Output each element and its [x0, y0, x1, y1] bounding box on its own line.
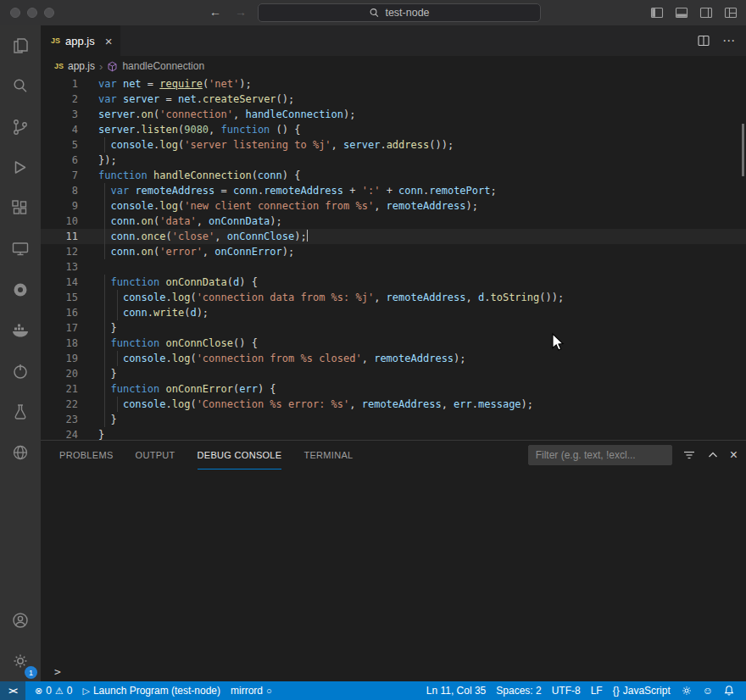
debug-console-filter-input[interactable]	[528, 445, 672, 465]
indentation-status[interactable]: Spaces: 2	[492, 681, 545, 700]
breadcrumb-file[interactable]: app.js	[68, 60, 95, 72]
line-number: 1	[41, 76, 78, 92]
activity-bar-item-docker[interactable]	[0, 310, 41, 351]
mirrord-status[interactable]: mirrord ○	[226, 681, 276, 700]
line-number: 13	[41, 259, 78, 275]
cursor-position-status[interactable]: Ln 11, Col 35	[422, 681, 491, 700]
activity-bar-item-remote-explorer[interactable]	[0, 229, 41, 269]
panel-tab-debug-console[interactable]: DEBUG CONSOLE	[198, 441, 282, 469]
run-and-debug-icon	[10, 158, 31, 178]
remote-explorer-monitor-icon	[10, 239, 31, 259]
code-line[interactable]: 24}	[41, 427, 746, 440]
activity-bar-item-extensions[interactable]	[0, 188, 41, 229]
code-line[interactable]: 15 console.log('connection data from %s:…	[41, 290, 746, 305]
feedback-smiley-icon: ☺	[703, 685, 713, 697]
remote-icon: ><	[8, 686, 17, 696]
code-line[interactable]: 20 }	[41, 366, 746, 381]
code-line[interactable]: 23 }	[41, 412, 746, 427]
javascript-file-icon: JS	[54, 62, 64, 70]
code-line[interactable]: 12 conn.on('error', onConnError);	[41, 244, 746, 259]
code-editor[interactable]: 1var net = require('net');2var server = …	[41, 76, 746, 440]
status-bar: >< ⊗ 0 ⚠ 0 ▷ Launch Program (test-node) …	[0, 681, 746, 700]
activity-bar-item-explorer[interactable]	[0, 25, 41, 66]
feedback-button[interactable]: ☺	[699, 681, 717, 700]
eol-label: LF	[591, 685, 603, 697]
titlebar: ← → test-node	[0, 0, 746, 25]
code-line[interactable]: 16 conn.write(d);	[41, 305, 746, 320]
extension-status-button[interactable]	[676, 681, 697, 700]
language-label: JavaScript	[623, 685, 671, 697]
manage-settings-button[interactable]: 1	[0, 641, 41, 681]
code-line[interactable]: 18 function onConnClose() {	[41, 336, 746, 351]
tab-close-icon[interactable]: ×	[105, 34, 113, 48]
activity-bar-item-source-control[interactable]	[0, 107, 41, 147]
debug-console-body[interactable]: >	[41, 469, 746, 681]
panel-tabs: PROBLEMSOUTPUTDEBUG CONSOLETERMINAL	[59, 441, 353, 469]
close-panel-icon[interactable]: ×	[730, 448, 738, 462]
code-line[interactable]: 14 function onConnData(d) {	[41, 275, 746, 290]
code-line[interactable]: 9 console.log('new client connection fro…	[41, 198, 746, 214]
debug-start-icon: ▷	[82, 686, 89, 696]
code-line[interactable]: 19 console.log('connection from %s close…	[41, 351, 746, 366]
navigate-forward-button[interactable]: →	[235, 5, 247, 19]
toggle-sidebar-right-icon[interactable]	[699, 6, 713, 19]
circle-gear-icon	[10, 280, 31, 300]
code-line[interactable]: 1var net = require('net');	[41, 76, 746, 92]
code-line[interactable]: 21 function onConnError(err) {	[41, 381, 746, 397]
activity-bar-item-extension-c[interactable]	[0, 392, 41, 432]
activity-bar-item-extension-b[interactable]	[0, 351, 41, 392]
panel-tab-output[interactable]: OUTPUT	[136, 441, 175, 469]
code-line[interactable]: 13	[41, 259, 746, 275]
repl-prompt-icon[interactable]: >	[54, 665, 61, 678]
activity-bar-item-extension-a[interactable]	[0, 269, 41, 310]
panel-tab-problems[interactable]: PROBLEMS	[59, 441, 114, 469]
code-line[interactable]: 6});	[41, 153, 746, 168]
language-mode-status[interactable]: {} JavaScript	[609, 681, 675, 700]
activity-bar-item-run-debug[interactable]	[0, 147, 41, 188]
encoding-status[interactable]: UTF-8	[548, 681, 585, 700]
launch-program-status[interactable]: ▷ Launch Program (test-node)	[78, 681, 225, 700]
line-number: 5	[41, 137, 78, 153]
mouse-pointer	[549, 332, 565, 353]
toggle-panel-icon[interactable]	[675, 6, 688, 19]
code-line[interactable]: 5 console.log('server listening to %j', …	[41, 137, 746, 153]
minimize-window-button[interactable]	[27, 8, 37, 18]
tab-bar: JS app.js × ⋯	[41, 25, 746, 56]
editor-scrollbar[interactable]	[742, 124, 744, 176]
remote-indicator[interactable]: ><	[0, 681, 25, 700]
zoom-window-button[interactable]	[44, 8, 54, 18]
globe-icon	[10, 442, 31, 463]
circle-outline-icon: ○	[266, 686, 272, 696]
activity-bar-item-extension-d[interactable]	[0, 432, 41, 473]
command-center-search[interactable]: test-node	[258, 3, 541, 22]
files-icon	[10, 36, 31, 56]
code-line[interactable]: 7function handleConnection(conn) {	[41, 168, 746, 183]
activity-bar-item-search[interactable]	[0, 66, 41, 107]
code-line[interactable]: 17 }	[41, 320, 746, 336]
filter-icon[interactable]	[682, 448, 696, 462]
account-button[interactable]	[0, 600, 41, 641]
code-line[interactable]: 22 console.log('Connection %s error: %s'…	[41, 397, 746, 412]
tab-app-js[interactable]: JS app.js ×	[41, 25, 120, 56]
more-actions-icon[interactable]: ⋯	[722, 33, 736, 48]
code-line[interactable]: 3server.on('connection', handleConnectio…	[41, 107, 746, 122]
code-line[interactable]: 11 conn.once('close', onConnClose);	[41, 229, 746, 244]
notifications-button[interactable]	[719, 681, 739, 700]
problems-status[interactable]: ⊗ 0 ⚠ 0	[31, 681, 76, 700]
code-line[interactable]: 10 conn.on('data', onConnData);	[41, 214, 746, 229]
vscode-window: ← → test-node	[0, 0, 746, 700]
split-editor-icon[interactable]	[697, 34, 710, 47]
code-line[interactable]: 4server.listen(9080, function () {	[41, 122, 746, 137]
code-line[interactable]: 2var server = net.createServer();	[41, 92, 746, 107]
line-number: 16	[41, 305, 78, 320]
customize-layout-icon[interactable]	[724, 6, 738, 19]
code-line[interactable]: 8 var remoteAddress = conn.remoteAddress…	[41, 183, 746, 198]
panel-tab-terminal[interactable]: TERMINAL	[303, 441, 353, 469]
toggle-sidebar-left-icon[interactable]	[650, 6, 664, 19]
close-window-button[interactable]	[10, 8, 20, 18]
line-number: 24	[41, 427, 78, 440]
eol-status[interactable]: LF	[587, 681, 607, 700]
navigate-back-button[interactable]: ←	[209, 5, 221, 19]
chevron-up-icon[interactable]	[706, 448, 720, 462]
breadcrumb-symbol[interactable]: handleConnection	[122, 60, 204, 72]
